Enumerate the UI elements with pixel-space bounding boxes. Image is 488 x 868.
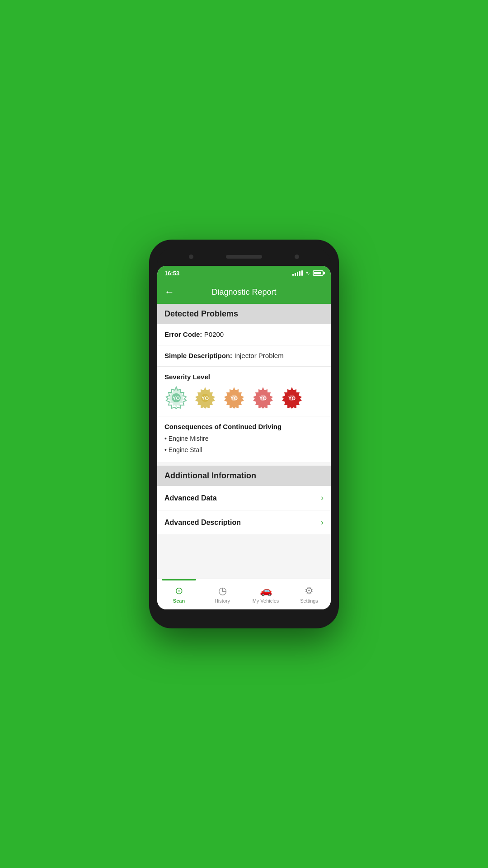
advanced-description-chevron: › <box>321 518 324 527</box>
nav-item-scan[interactable]: ⊙ Scan <box>157 579 201 609</box>
svg-text:YO: YO <box>288 396 296 401</box>
my-vehicles-label: My Vehicles <box>253 598 279 604</box>
detected-problems-title: Detected Problems <box>164 309 238 318</box>
advanced-data-row[interactable]: Advanced Data › <box>157 486 331 510</box>
svg-text:YO: YO <box>173 396 180 401</box>
simple-desc-value: Injector Problem <box>234 352 283 359</box>
section-gap <box>157 462 331 466</box>
back-button[interactable]: ← <box>164 287 174 297</box>
nav-item-my-vehicles[interactable]: 🚗 My Vehicles <box>244 579 287 609</box>
history-label: History <box>215 598 230 604</box>
severity-gear-3: YO <box>222 386 246 410</box>
status-icons: ∿ <box>292 270 324 276</box>
phone-speaker <box>226 255 262 259</box>
svg-text:YO: YO <box>259 396 267 401</box>
advanced-description-row[interactable]: Advanced Description › <box>157 510 331 534</box>
svg-text:YO: YO <box>230 396 238 401</box>
phone-frame: 16:53 ∿ ← Diagnostic Report <box>149 240 339 628</box>
advanced-data-chevron: › <box>321 493 324 503</box>
phone-screen: 16:53 ∿ ← Diagnostic Report <box>157 266 331 609</box>
detected-problems-card: Error Code: P0200 Simple Descriptipon: I… <box>157 324 331 462</box>
status-time: 16:53 <box>164 270 179 277</box>
consequence-2: • Engine Stall <box>164 444 324 456</box>
battery-icon <box>313 270 324 276</box>
nav-item-history[interactable]: ◷ History <box>201 579 244 609</box>
additional-info-card: Advanced Data › Advanced Description › <box>157 486 331 534</box>
nav-item-settings[interactable]: ⚙ Settings <box>287 579 331 609</box>
advanced-data-label: Advanced Data <box>164 494 217 502</box>
simple-description-row: Simple Descriptipon: Injector Problem <box>157 345 331 367</box>
status-bar: 16:53 ∿ <box>157 266 331 280</box>
consequence-1: • Engine Misfire <box>164 433 324 444</box>
additional-info-header: Addintional Information <box>157 466 331 486</box>
error-code-label: Error Code: <box>164 330 202 338</box>
simple-desc-label: Simple Descriptipon: <box>164 352 232 359</box>
error-code-row: Error Code: P0200 <box>157 324 331 345</box>
settings-icon: ⚙ <box>305 585 314 597</box>
camera-left <box>189 255 193 259</box>
detected-problems-header: Detected Problems <box>157 304 331 324</box>
svg-text:YO: YO <box>202 396 209 401</box>
advanced-description-label: Advanced Description <box>164 519 241 527</box>
scan-icon: ⊙ <box>175 585 183 597</box>
history-icon: ◷ <box>218 585 227 597</box>
my-vehicles-icon: 🚗 <box>260 585 272 597</box>
severity-section: Severity Level YO <box>157 367 331 416</box>
severity-gear-5: YO <box>280 386 304 410</box>
severity-label: Severity Level <box>164 373 324 381</box>
consequences-section: Consequences of Continued Driving • Engi… <box>157 416 331 462</box>
app-header: ← Diagnostic Report <box>157 280 331 304</box>
camera-right <box>295 255 299 259</box>
bottom-nav: ⊙ Scan ◷ History 🚗 My Vehicles ⚙ Setting… <box>157 579 331 609</box>
additional-info-title: Addintional Information <box>164 471 256 480</box>
page-title: Diagnostic Report <box>180 288 308 297</box>
consequences-title: Consequences of Continued Driving <box>164 423 324 430</box>
signal-icon <box>292 270 303 276</box>
severity-gear-4: YO <box>251 386 275 410</box>
settings-label: Settings <box>300 598 318 604</box>
wifi-icon: ∿ <box>305 270 310 276</box>
severity-gear-2: YO YO <box>193 386 217 410</box>
phone-notch <box>157 248 331 266</box>
error-code-value: P0200 <box>204 330 224 338</box>
main-content: Detected Problems Error Code: P0200 Simp… <box>157 304 331 579</box>
severity-gear-1: YO <box>164 386 188 410</box>
scan-label: Scan <box>173 598 185 604</box>
severity-icons-row: YO YO YO <box>164 386 324 410</box>
